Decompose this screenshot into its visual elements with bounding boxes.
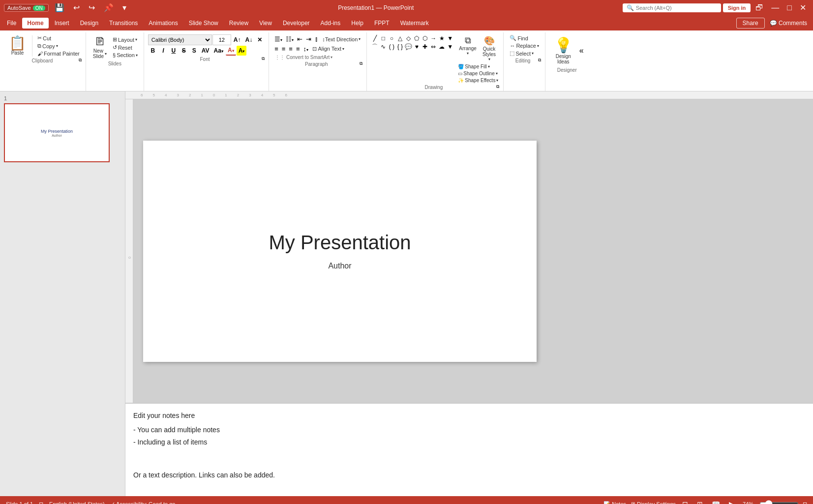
font-size-input[interactable] <box>212 34 231 45</box>
replace-button[interactable]: ↔ Replace ▾ <box>508 42 541 49</box>
notes-button[interactable]: 📝 Notes <box>603 501 626 504</box>
normal-view-button[interactable]: ⊡ <box>680 499 691 504</box>
section-button[interactable]: § Section ▾ <box>111 52 140 59</box>
increase-indent-button[interactable]: ⇥ <box>304 34 313 44</box>
align-text-button[interactable]: ⊡ Align Text▾ <box>310 45 346 53</box>
arrange-button[interactable]: ⧉ Arrange ▾ <box>457 34 479 62</box>
comments-button[interactable]: 💬 Comments <box>766 18 811 28</box>
convert-smartart-button[interactable]: ⋮⋮ Convert to SmartArt▾ <box>273 54 334 60</box>
menu-addins[interactable]: Add-ins <box>316 18 346 29</box>
minimize-button[interactable]: — <box>768 3 782 13</box>
char-spacing-button[interactable]: AV <box>200 46 211 56</box>
fit-slide-button[interactable]: ⊡ <box>803 501 807 504</box>
change-case-button[interactable]: Aa▾ <box>212 46 225 56</box>
slide-sorter-button[interactable]: ⊞ <box>694 499 705 504</box>
shape-outline-button[interactable]: ▭ Shape Outline ▾ <box>457 70 499 77</box>
decrease-indent-button[interactable]: ⇤ <box>296 34 304 44</box>
shape-heart[interactable]: ♥ <box>413 43 421 51</box>
shape-tri[interactable]: △ <box>396 34 404 42</box>
menu-watermark[interactable]: Watermark <box>395 18 434 29</box>
grow-font-button[interactable]: A↑ <box>232 35 243 45</box>
share-button[interactable]: Share <box>736 18 765 29</box>
zoom-slider[interactable] <box>759 500 799 504</box>
shape-effects-button[interactable]: ✨ Shape Effects ▾ <box>457 77 499 84</box>
close-button[interactable]: ✕ <box>797 3 809 13</box>
quick-styles-button[interactable]: 🎨 QuickStyles ▾ <box>481 34 498 62</box>
shape-more2[interactable]: ▼ <box>446 43 454 51</box>
shape-brace[interactable]: { } <box>396 43 404 51</box>
strikethrough-button[interactable]: S <box>179 46 189 56</box>
shape-cloud[interactable]: ☁ <box>438 43 446 51</box>
designer-collapse-button[interactable]: « <box>578 45 585 56</box>
align-center-button[interactable]: ≡ <box>280 44 287 54</box>
align-right-button[interactable]: ≡ <box>287 44 294 54</box>
paragraph-expand[interactable]: ⧉ <box>360 61 362 66</box>
undo-button[interactable]: ↩ <box>70 3 83 13</box>
save-button[interactable]: 💾 <box>52 3 67 13</box>
shape-hex[interactable]: ⬡ <box>421 34 429 42</box>
shape-arrow[interactable]: → <box>429 34 437 42</box>
restore-button[interactable]: 🗗 <box>753 3 766 13</box>
shape-star[interactable]: ★ <box>438 34 446 42</box>
shape-wave[interactable]: ∿ <box>379 43 387 51</box>
menu-fppt[interactable]: FPPT <box>369 18 394 29</box>
clear-format-button[interactable]: ✕ <box>255 35 265 45</box>
pin-button[interactable]: 📌 <box>101 3 117 13</box>
line-spacing-button[interactable]: ↕▾ <box>302 44 310 54</box>
bullets-button[interactable]: ☰▾ <box>273 34 284 44</box>
shadow-button[interactable]: S <box>189 46 199 56</box>
cut-button[interactable]: ✂ Cut <box>35 34 82 42</box>
columns-button[interactable]: ⫿ <box>313 34 320 44</box>
numbering-button[interactable]: ☷▾ <box>284 34 295 44</box>
justify-button[interactable]: ≡ <box>295 44 301 54</box>
shape-fill-button[interactable]: 🪣 Shape Fill ▾ <box>457 63 499 70</box>
menu-review[interactable]: Review <box>224 18 253 29</box>
design-ideas-button[interactable]: 💡 DesignIdeas <box>549 34 577 66</box>
shape-callout[interactable]: 💬 <box>404 43 412 51</box>
new-slide-button[interactable]: 🖹 NewSlide ▾ <box>90 34 110 60</box>
notes-panel[interactable]: Edit your notes here - You can add multi… <box>125 403 813 496</box>
bold-button[interactable]: B <box>148 46 158 56</box>
shape-double-arrow[interactable]: ⇔ <box>429 43 437 51</box>
shape-pentagon[interactable]: ⬠ <box>413 34 421 42</box>
autosave-badge[interactable]: AutoSave ON <box>4 4 49 12</box>
font-family-select[interactable]: Calibri (Body) <box>148 34 212 45</box>
presenter-view-button[interactable]: ▶ <box>726 499 737 504</box>
menu-home[interactable]: Home <box>22 18 48 29</box>
reset-button[interactable]: ↺ Reset <box>111 44 140 51</box>
italic-button[interactable]: I <box>158 46 168 56</box>
select-button[interactable]: ⬚ Select ▾ <box>508 50 541 57</box>
shape-diamond[interactable]: ◇ <box>404 34 412 42</box>
redo-button[interactable]: ↪ <box>86 3 98 13</box>
shape-circle[interactable]: ○ <box>388 34 395 42</box>
find-button[interactable]: 🔍 Find <box>508 34 541 42</box>
autosave-state[interactable]: ON <box>33 5 45 11</box>
shape-more[interactable]: ▼ <box>446 34 454 42</box>
shape-curve[interactable]: ⌒ <box>371 43 379 51</box>
align-left-button[interactable]: ≡ <box>273 44 280 54</box>
copy-button[interactable]: ⧉ Copy ▾ <box>35 42 82 50</box>
menu-developer[interactable]: Developer <box>278 18 315 29</box>
shape-plus[interactable]: ✚ <box>421 43 429 51</box>
shape-bracket[interactable]: ( ) <box>388 43 395 51</box>
highlight-button[interactable]: A▾ <box>237 46 247 56</box>
slide-author[interactable]: Author <box>328 262 351 270</box>
menu-animations[interactable]: Animations <box>144 18 182 29</box>
slide-canvas[interactable]: My Presentation Author <box>143 141 537 362</box>
font-color-button[interactable]: A▾ <box>226 46 236 56</box>
menu-transitions[interactable]: Transitions <box>104 18 143 29</box>
clipboard-expand[interactable]: ⧉ <box>79 58 82 63</box>
shape-line[interactable]: ╱ <box>371 34 379 42</box>
fit-slide-status-button[interactable]: ⊡ <box>39 501 43 504</box>
text-direction-button[interactable]: ↕Text Direction▾ <box>320 36 362 43</box>
signin-button[interactable]: Sign in <box>723 3 751 12</box>
canvas-area[interactable]: My Presentation Author <box>133 99 813 403</box>
drawing-expand[interactable]: ⧉ <box>496 84 499 89</box>
menu-insert[interactable]: Insert <box>50 18 74 29</box>
slide-thumbnail[interactable]: My Presentation Author <box>4 103 110 162</box>
customize-button[interactable]: ▾ <box>120 3 129 13</box>
display-settings-button[interactable]: 🖥 Display Settings <box>630 501 676 504</box>
shape-rect[interactable]: □ <box>379 34 387 42</box>
underline-button[interactable]: U <box>169 46 179 56</box>
maximize-button[interactable]: □ <box>784 3 795 13</box>
